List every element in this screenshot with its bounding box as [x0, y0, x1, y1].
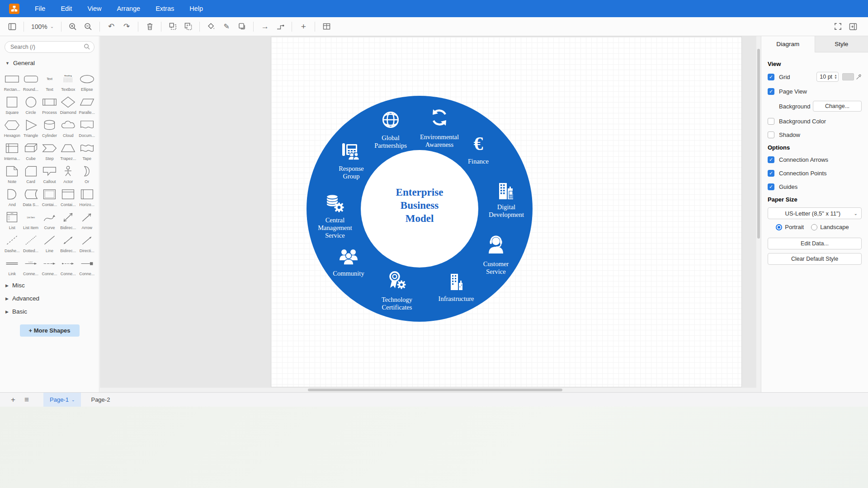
ring-item-label[interactable]: Customer Service — [476, 260, 516, 276]
city-icon[interactable] — [495, 180, 517, 204]
menu-edit[interactable]: Edit — [54, 1, 78, 16]
shape-circle[interactable]: Circle — [21, 94, 40, 117]
shape-actor[interactable]: Actor — [59, 163, 77, 186]
ring-item-label[interactable]: Technology Certificates — [374, 296, 420, 311]
globe-icon[interactable] — [380, 109, 401, 132]
ring-item-label[interactable]: Infrastructure — [427, 295, 486, 303]
shape-list-item[interactable]: List Item List Item — [21, 209, 40, 232]
shape-bidirectional-line[interactable]: Bidirec... — [59, 232, 77, 255]
shape-connection-3[interactable]: Conne... — [59, 255, 77, 278]
shape-triangle[interactable]: Triangle — [21, 117, 40, 140]
section-general[interactable]: ▼ General — [0, 56, 99, 70]
table-button[interactable] — [320, 20, 333, 33]
ring-item-label[interactable]: Global Partnerships — [368, 134, 413, 150]
horizontal-scrollbar[interactable] — [100, 388, 761, 392]
format-panel-button[interactable] — [846, 20, 860, 33]
tab-page-2[interactable]: Page-2 — [85, 393, 116, 407]
certificate-icon[interactable] — [386, 270, 408, 293]
ring-item-label[interactable]: Environmental Awareness — [408, 133, 471, 149]
shape-dotted-line[interactable]: Dotted... — [21, 232, 40, 255]
change-background-button[interactable]: Change... — [813, 101, 862, 112]
shape-or[interactable]: Or — [78, 163, 96, 186]
diagram-canvas[interactable]: EnterpriseBusinessModel Global Partnersh… — [100, 36, 761, 392]
landscape-radio[interactable] — [811, 224, 817, 230]
building-icon[interactable] — [445, 271, 467, 295]
tab-diagram[interactable]: Diagram — [761, 36, 815, 52]
menu-arrange[interactable]: Arrange — [111, 1, 147, 16]
zoom-in-button[interactable] — [66, 20, 80, 33]
menu-help[interactable]: Help — [183, 1, 209, 16]
shape-ellipse[interactable]: Ellipse — [78, 70, 96, 94]
section-advanced[interactable]: ▶ Advanced — [0, 292, 99, 305]
fax-people-icon[interactable] — [340, 140, 362, 163]
shape-callout[interactable]: Callout — [40, 163, 59, 186]
shape-internal-storage[interactable]: Interna... — [3, 140, 21, 163]
grid-size-input[interactable]: 10 pt ▲▼ — [816, 72, 839, 82]
shape-container-titled[interactable]: Contai... — [59, 186, 77, 209]
shape-search-input[interactable] — [5, 41, 94, 53]
to-front-button[interactable] — [166, 20, 179, 33]
portrait-radio[interactable] — [776, 224, 782, 230]
shape-textbox[interactable]: Heading Textbox — [59, 70, 77, 94]
section-misc[interactable]: ▶ Misc — [0, 279, 99, 292]
background-color-checkbox[interactable] — [768, 118, 774, 125]
shape-connection-2[interactable]: Conne... — [40, 255, 59, 278]
redo-button[interactable]: ↷ — [120, 20, 133, 33]
shape-and[interactable]: And — [3, 186, 21, 209]
section-basic[interactable]: ▶ Basic — [0, 305, 99, 318]
shape-arrow-shape[interactable]: Arrow — [78, 209, 96, 232]
shape-trapezoid[interactable]: Trapez... — [59, 140, 77, 163]
shape-link[interactable]: Link — [3, 255, 21, 278]
guides-checkbox[interactable]: ✓ — [768, 183, 774, 190]
pages-menu-button[interactable]: ≡ — [20, 393, 33, 407]
shape-step[interactable]: Step — [40, 140, 59, 163]
stepper-icon[interactable]: ▲▼ — [834, 74, 837, 80]
page-view-checkbox[interactable]: ✓ — [768, 88, 774, 95]
ring-item-label[interactable]: Digital Development — [481, 203, 531, 219]
vertical-scrollbar[interactable] — [756, 36, 761, 388]
clear-default-style-button[interactable]: Clear Default Style — [768, 253, 862, 265]
ring-item-label[interactable]: Finance — [458, 158, 499, 165]
shadow-button[interactable] — [235, 20, 249, 33]
shape-connection-4[interactable]: Conne... — [78, 255, 96, 278]
eyedropper-icon[interactable] — [856, 74, 862, 80]
edit-data-button[interactable]: Edit Data... — [768, 238, 862, 249]
add-page-button[interactable]: + — [6, 393, 20, 407]
shape-curve[interactable]: Curve — [40, 209, 59, 232]
connection-arrows-checkbox[interactable]: ✓ — [768, 156, 774, 163]
connection-points-checkbox[interactable]: ✓ — [768, 170, 774, 177]
shape-data-storage[interactable]: Data S... — [21, 186, 40, 209]
shape-card[interactable]: Card — [21, 163, 40, 186]
recycle-icon[interactable] — [429, 107, 450, 130]
shape-tape[interactable]: Tape — [78, 140, 96, 163]
shape-square[interactable]: Square — [3, 94, 21, 117]
to-back-button[interactable] — [181, 20, 195, 33]
sidebar-toggle-button[interactable] — [5, 20, 19, 33]
euro-icon[interactable]: € — [467, 133, 489, 156]
more-shapes-button[interactable]: + More Shapes — [20, 324, 80, 337]
grid-color-swatch[interactable] — [842, 73, 854, 80]
shape-parallelogram[interactable]: Paralle... — [78, 94, 96, 117]
menu-view[interactable]: View — [81, 1, 108, 16]
delete-button[interactable] — [143, 20, 156, 33]
shape-directional-line[interactable]: Directi... — [78, 232, 96, 255]
shape-rectangle[interactable]: Rectan... — [3, 70, 21, 94]
line-color-button[interactable]: ✎ — [220, 20, 233, 33]
menu-extras[interactable]: Extras — [149, 1, 180, 16]
shape-connection-1[interactable]: Label Conne... — [21, 255, 40, 278]
ring-item-label[interactable]: Central Management Service — [311, 216, 359, 239]
zoom-level-dropdown[interactable]: 100%⌄ — [28, 23, 57, 30]
shape-horizontal-container[interactable]: Horizo... — [78, 186, 96, 209]
headset-icon[interactable] — [485, 234, 507, 257]
shape-cloud[interactable]: Cloud — [59, 117, 77, 140]
tab-page-1[interactable]: Page-1⌄ — [43, 393, 81, 407]
shape-cylinder[interactable]: Cylinder — [40, 117, 59, 140]
fullscreen-button[interactable] — [831, 20, 844, 33]
shape-process[interactable]: Process — [40, 94, 59, 117]
shape-cube[interactable]: Cube — [21, 140, 40, 163]
shape-line[interactable]: Line — [40, 232, 59, 255]
fill-color-button[interactable] — [204, 20, 218, 33]
tab-style[interactable]: Style — [815, 36, 868, 52]
shape-rounded-rectangle[interactable]: Round... — [21, 70, 40, 94]
ring-item-label[interactable]: Community — [324, 270, 373, 277]
